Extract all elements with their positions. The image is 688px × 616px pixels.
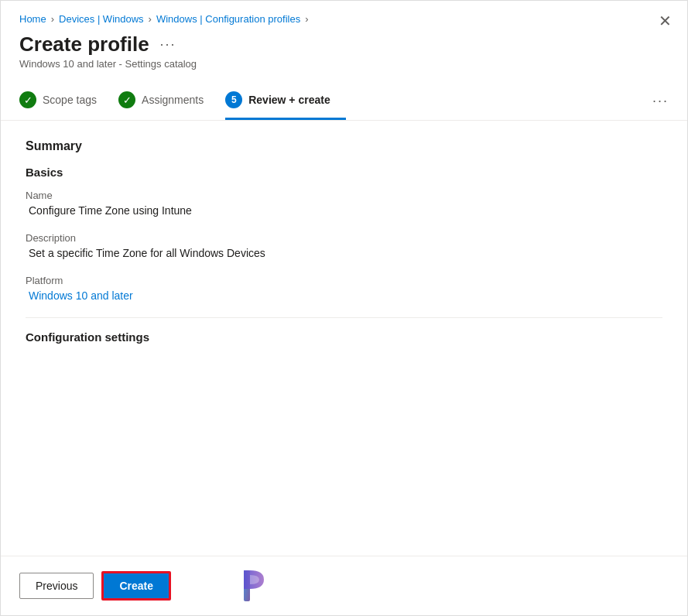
basics-section-title: Basics	[26, 166, 662, 179]
config-settings-title: Configuration settings	[26, 330, 662, 344]
breadcrumb: Home › Devices | Windows › Windows | Con…	[19, 13, 669, 25]
title-row: Create profile ···	[19, 33, 669, 56]
summary-section-title: Summary	[26, 139, 662, 153]
create-button[interactable]: Create	[101, 571, 171, 601]
platform-value: Windows 10 and later	[26, 289, 662, 302]
breadcrumb-sep-2: ›	[149, 13, 152, 25]
description-field-group: Description Set a specific Time Zone for…	[26, 232, 662, 259]
name-label: Name	[26, 190, 662, 201]
description-value: Set a specific Time Zone for all Windows…	[26, 247, 662, 259]
breadcrumb-sep-3: ›	[305, 13, 308, 25]
p-logo-icon	[241, 567, 275, 604]
tab-assignments-label: Assignments	[142, 94, 204, 106]
panel-subtitle: Windows 10 and later - Settings catalog	[19, 58, 669, 70]
platform-field-group: Platform Windows 10 and later	[26, 275, 662, 302]
tabs-row: ✓ Scope tags ✓ Assignments 5 Review + cr…	[1, 82, 687, 121]
tab-review-create-label: Review + create	[248, 94, 330, 106]
footer-logo	[241, 567, 275, 604]
previous-button[interactable]: Previous	[19, 573, 94, 599]
assignments-check-icon: ✓	[118, 91, 135, 108]
panel-header: Home › Devices | Windows › Windows | Con…	[1, 1, 687, 82]
tabs-more-button[interactable]: ···	[640, 84, 669, 118]
main-content: Summary Basics Name Configure Time Zone …	[1, 121, 687, 556]
breadcrumb-sep-1: ›	[51, 13, 54, 25]
breadcrumb-home[interactable]: Home	[19, 13, 46, 25]
breadcrumb-devices-windows[interactable]: Devices | Windows	[59, 13, 144, 25]
close-button[interactable]: ✕	[659, 13, 672, 29]
page-title: Create profile	[19, 33, 149, 56]
config-settings-section: Configuration settings	[26, 317, 662, 344]
tab-assignments[interactable]: ✓ Assignments	[118, 82, 219, 120]
tab-scope-tags[interactable]: ✓ Scope tags	[19, 82, 112, 120]
name-value: Configure Time Zone using Intune	[26, 204, 662, 217]
footer: Previous Create	[1, 556, 687, 615]
header-more-button[interactable]: ···	[160, 36, 176, 53]
review-create-num-icon: 5	[225, 91, 242, 108]
tab-scope-tags-label: Scope tags	[43, 94, 97, 106]
name-field-group: Name Configure Time Zone using Intune	[26, 190, 662, 217]
description-label: Description	[26, 232, 662, 244]
platform-label: Platform	[26, 275, 662, 286]
scope-tags-check-icon: ✓	[19, 91, 36, 108]
breadcrumb-config-profiles[interactable]: Windows | Configuration profiles	[156, 13, 300, 25]
tab-review-create[interactable]: 5 Review + create	[225, 82, 345, 120]
create-profile-panel: Home › Devices | Windows › Windows | Con…	[0, 0, 688, 616]
